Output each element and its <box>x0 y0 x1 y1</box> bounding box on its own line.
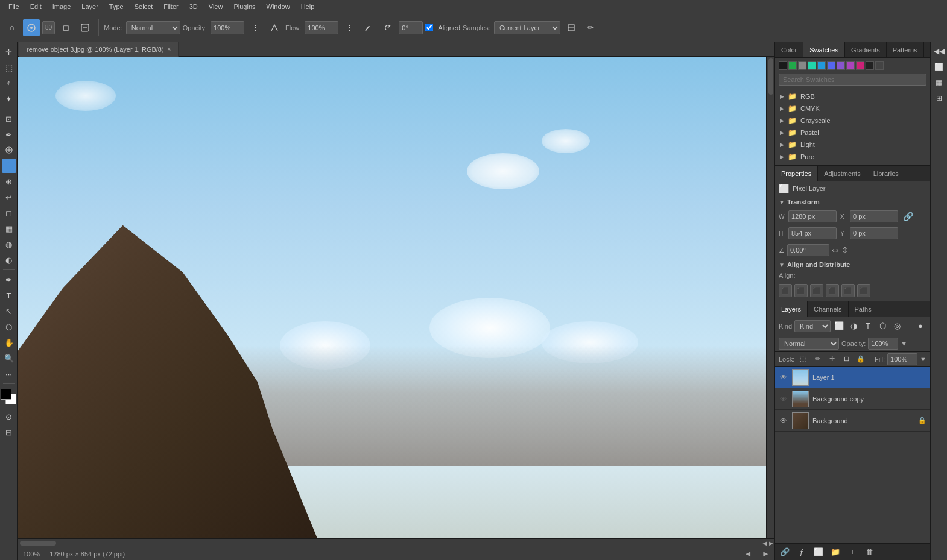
swatch-pink[interactable] <box>856 61 864 70</box>
panel-icon-1[interactable]: ⬜ <box>933 60 946 74</box>
sample-select[interactable]: Current Layer <box>494 21 560 34</box>
aligned-checkbox[interactable] <box>425 24 433 31</box>
type-tool[interactable]: T <box>2 288 16 303</box>
scroll-left-btn[interactable]: ◄ <box>761 540 768 547</box>
w-input[interactable] <box>788 210 837 222</box>
group-pastel[interactable]: ▶ 📁 Pastel <box>775 127 930 139</box>
shape-tool[interactable]: ⬡ <box>2 319 16 334</box>
bg-visibility-toggle[interactable]: 👁 <box>779 417 788 425</box>
clone-stamp-tool[interactable]: ⊕ <box>2 174 16 189</box>
group-rgb[interactable]: ▶ 📁 RGB <box>775 90 930 102</box>
y-input[interactable] <box>850 227 898 239</box>
refine-btn[interactable]: ✏ <box>582 19 599 36</box>
hand-tool[interactable]: ✋ <box>2 335 16 350</box>
scroll-next-btn[interactable]: ► <box>762 549 770 558</box>
group-pure[interactable]: ▶ 📁 Pure <box>775 151 930 163</box>
h-input[interactable] <box>788 227 837 239</box>
blend-mode-select[interactable]: Normal <box>779 338 839 350</box>
heal-brush-btn[interactable] <box>23 19 40 36</box>
filter-pixel-btn[interactable]: ⬜ <box>833 320 845 332</box>
foreground-color-swatch[interactable] <box>1 389 11 400</box>
layer-item-layer1[interactable]: 👁 Layer 1 <box>775 367 930 388</box>
delete-layer-btn[interactable]: 🗑 <box>863 546 875 558</box>
tab-channels[interactable]: Channels <box>808 301 848 317</box>
canvas-wrapper[interactable] <box>18 57 766 538</box>
menu-filter[interactable]: Filter <box>159 2 183 11</box>
align-section-header[interactable]: ▼ Align and Distribute <box>775 259 930 271</box>
angle-input[interactable] <box>787 244 829 256</box>
tab-swatches[interactable]: Swatches <box>803 42 845 57</box>
menu-plugins[interactable]: Plugins <box>229 2 260 11</box>
swatch-violet[interactable] <box>846 61 855 70</box>
lock-artboard-btn[interactable]: ⊟ <box>840 353 852 365</box>
align-bottom-btn[interactable]: ⬛ <box>857 284 870 297</box>
swatch-dark[interactable] <box>866 61 874 70</box>
scroll-prev-btn[interactable]: ◄ <box>744 549 752 558</box>
select-tool[interactable]: ⬚ <box>2 60 16 75</box>
swatch-darkgray[interactable] <box>875 61 884 70</box>
eraser-tool[interactable]: ◻ <box>2 206 16 220</box>
lasso-tool[interactable]: ⌖ <box>2 76 16 90</box>
horizontal-scrollbar[interactable]: ◄ ► <box>18 538 774 547</box>
fill-dropdown-icon[interactable]: ▼ <box>920 356 926 363</box>
align-left-btn[interactable]: ⬛ <box>779 284 792 297</box>
add-mask-btn[interactable]: ⬜ <box>812 546 825 558</box>
lock-all-btn[interactable]: 🔒 <box>855 353 867 365</box>
swatch-green[interactable] <box>788 61 797 70</box>
brush-tool[interactable] <box>2 159 16 173</box>
tab-libraries[interactable]: Libraries <box>867 166 905 181</box>
opacity-dropdown-icon[interactable]: ▼ <box>901 340 907 347</box>
tab-color[interactable]: Color <box>775 42 803 57</box>
flip-h-btn[interactable]: ⇔ <box>832 245 839 255</box>
collapse-panel-btn[interactable]: ◀◀ <box>933 45 946 58</box>
opacity-options-btn[interactable]: ⋮ <box>247 19 264 36</box>
link-layers-btn[interactable]: 🔗 <box>779 546 791 558</box>
pen-tool[interactable]: ✒ <box>2 272 16 287</box>
filter-adjust-btn[interactable]: ◑ <box>847 320 860 332</box>
kind-select[interactable]: Kind <box>794 320 831 332</box>
layer-item-background[interactable]: 👁 Background 🔒 <box>775 410 930 432</box>
home-btn[interactable]: ⌂ <box>4 19 21 36</box>
dodge-tool[interactable]: ◐ <box>2 253 16 267</box>
menu-type[interactable]: Type <box>104 2 128 11</box>
lock-image-btn[interactable]: ✏ <box>811 353 823 365</box>
airbrush-btn[interactable] <box>360 19 377 36</box>
color-swatch-area[interactable] <box>1 389 17 406</box>
menu-file[interactable]: File <box>4 2 24 11</box>
bgcopy-visibility-toggle[interactable]: 👁 <box>779 395 788 403</box>
more-tools-btn[interactable]: ··· <box>2 367 16 381</box>
opacity-input[interactable] <box>211 21 244 34</box>
vertical-scrollbar[interactable] <box>766 57 774 538</box>
align-center-v-btn[interactable]: ⬛ <box>841 284 855 297</box>
gradient-tool[interactable]: ▦ <box>2 221 16 236</box>
add-style-btn[interactable]: ƒ <box>796 546 808 558</box>
lock-transparent-btn[interactable]: ⬚ <box>797 353 809 365</box>
menu-window[interactable]: Window <box>262 2 295 11</box>
lock-position-btn[interactable]: ✛ <box>826 353 838 365</box>
menu-3d[interactable]: 3D <box>185 2 203 11</box>
filter-shape-btn[interactable]: ⬡ <box>876 320 888 332</box>
pressure-opacity-btn[interactable] <box>266 19 283 36</box>
quick-mask-btn[interactable]: ⊙ <box>2 409 16 424</box>
swatch-purple[interactable] <box>837 61 845 70</box>
swatch-gray[interactable] <box>798 61 806 70</box>
x-input[interactable] <box>850 210 898 222</box>
layer-item-bg-copy[interactable]: 👁 Background copy <box>775 388 930 410</box>
layers-opacity-input[interactable] <box>868 338 898 350</box>
scroll-right-btn[interactable]: ► <box>768 540 774 547</box>
filter-type-btn[interactable]: T <box>862 320 874 332</box>
layer1-visibility-toggle[interactable]: 👁 <box>779 373 788 382</box>
new-group-btn[interactable]: 📁 <box>829 546 841 558</box>
menu-view[interactable]: View <box>204 2 228 11</box>
tab-paths[interactable]: Paths <box>849 301 878 317</box>
menu-edit[interactable]: Edit <box>25 2 46 11</box>
swatch-teal[interactable] <box>808 61 816 70</box>
tab-close-btn[interactable]: × <box>168 46 171 52</box>
align-center-h-btn[interactable]: ⬛ <box>794 284 808 297</box>
document-tab[interactable]: remove object 3.jpg @ 100% (Layer 1, RGB… <box>19 42 179 57</box>
tab-properties[interactable]: Properties <box>775 166 818 181</box>
swatch-blue[interactable] <box>817 61 826 70</box>
group-grayscale[interactable]: ▶ 📁 Grayscale <box>775 115 930 127</box>
angle-input[interactable] <box>399 21 423 34</box>
align-top-btn[interactable]: ⬛ <box>826 284 839 297</box>
